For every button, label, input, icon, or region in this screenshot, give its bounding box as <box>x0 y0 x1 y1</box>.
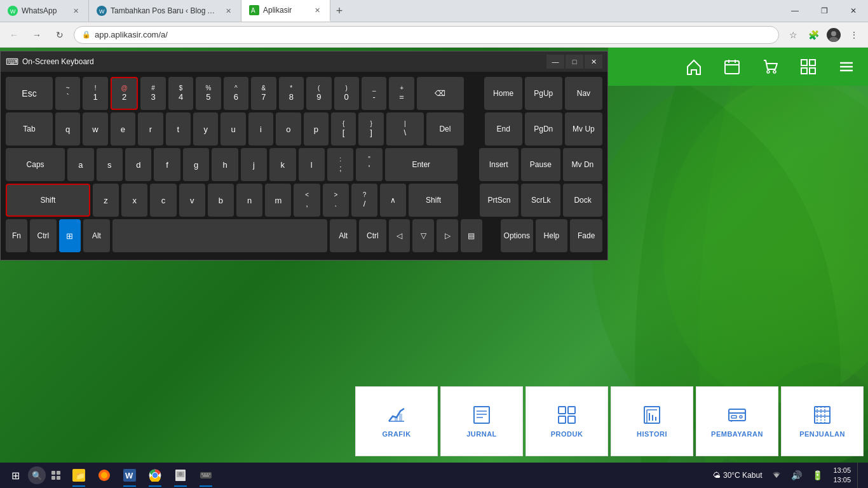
key-end[interactable]: End <box>485 112 522 146</box>
key-fade[interactable]: Fade <box>570 219 602 252</box>
key-arrow-left[interactable]: ◁ <box>389 219 410 252</box>
reload-button[interactable]: ↻ <box>51 26 69 44</box>
key-context-menu[interactable]: ▤ <box>461 219 482 252</box>
appbar-menu-icon[interactable] <box>835 55 858 78</box>
taskbar-word[interactable]: W <box>117 463 142 488</box>
key-tilde[interactable]: ~` <box>55 77 80 110</box>
key-t[interactable]: t <box>166 112 191 146</box>
key-w[interactable]: w <box>83 112 107 146</box>
url-bar[interactable]: 🔒 app.aplikasir.com/a/ <box>74 26 779 44</box>
tab-wordpress-close[interactable]: ✕ <box>223 6 233 16</box>
key-space[interactable] <box>112 219 327 252</box>
key-del[interactable]: Del <box>426 112 464 146</box>
key-shift-left[interactable]: Shift <box>6 184 90 217</box>
key-e[interactable]: e <box>111 112 135 146</box>
key-arrow-down[interactable]: ▽ <box>412 219 434 252</box>
key-6[interactable]: ^6 <box>224 77 248 110</box>
tab-whatsapp-close[interactable]: ✕ <box>71 6 81 16</box>
appbar-calendar-icon[interactable] <box>721 55 743 78</box>
key-0[interactable]: )0 <box>334 77 359 110</box>
key-caps[interactable]: Caps <box>6 148 65 181</box>
minimize-button[interactable]: — <box>780 0 810 22</box>
search-button[interactable]: 🔍 <box>28 466 46 484</box>
key-ctrl-left[interactable]: Ctrl <box>30 219 57 252</box>
tray-volume[interactable]: 🔊 <box>787 463 806 488</box>
card-jurnal[interactable]: JURNAL <box>440 386 523 456</box>
card-pembayaran[interactable]: PEMBAYARAN <box>696 386 778 456</box>
key-alt-left[interactable]: Alt <box>83 219 110 252</box>
profile-icon[interactable] <box>825 26 843 44</box>
osk-maximize-button[interactable]: □ <box>566 55 583 69</box>
appbar-cart-icon[interactable] <box>759 55 782 78</box>
key-fn[interactable]: Fn <box>6 219 27 252</box>
key-3[interactable]: #3 <box>140 77 165 110</box>
key-n[interactable]: n <box>236 184 262 217</box>
key-pgup[interactable]: PgUp <box>525 77 562 110</box>
key-2[interactable]: @2 <box>111 77 138 110</box>
key-comma[interactable]: <, <box>294 184 320 217</box>
taskbar-firefox[interactable] <box>92 463 117 488</box>
back-button[interactable]: ← <box>5 26 23 44</box>
taskview-button[interactable] <box>46 463 66 488</box>
key-alt-right[interactable]: Alt <box>330 219 356 252</box>
key-dock[interactable]: Dock <box>563 184 602 217</box>
key-v[interactable]: v <box>179 184 205 217</box>
key-4[interactable]: $4 <box>168 77 193 110</box>
taskbar-osk[interactable] <box>193 463 219 488</box>
tray-weather[interactable]: 🌤 30°C Kabut <box>709 463 766 488</box>
key-8[interactable]: *8 <box>279 77 304 110</box>
key-insert[interactable]: Insert <box>479 148 519 181</box>
bookmark-icon[interactable]: ☆ <box>784 26 802 44</box>
appbar-grid-icon[interactable] <box>797 55 820 78</box>
tab-aplikasir[interactable]: A Aplikasir ✕ <box>241 0 330 22</box>
key-shift-right[interactable]: Shift <box>409 184 458 217</box>
key-o[interactable]: o <box>276 112 301 146</box>
key-7[interactable]: &7 <box>251 77 276 110</box>
key-up-arrow[interactable]: ∧ <box>380 184 406 217</box>
key-mvup[interactable]: Mv Up <box>565 112 602 146</box>
key-m[interactable]: m <box>265 184 291 217</box>
appbar-home-icon[interactable] <box>682 55 705 78</box>
forward-button[interactable]: → <box>28 26 46 44</box>
key-r[interactable]: r <box>138 112 163 146</box>
close-button[interactable]: ✕ <box>839 0 868 22</box>
key-b[interactable]: b <box>208 184 234 217</box>
key-backspace[interactable]: ⌫ <box>417 77 464 110</box>
key-prtscn[interactable]: PrtScn <box>480 184 519 217</box>
taskbar-screenshots[interactable]: 📁 <box>66 463 92 488</box>
key-pause[interactable]: Pause <box>521 148 560 181</box>
key-mvdn[interactable]: Mv Dn <box>563 148 602 181</box>
key-equals[interactable]: += <box>389 77 414 110</box>
key-k[interactable]: k <box>269 148 295 181</box>
key-y[interactable]: y <box>193 112 218 146</box>
extension-icon[interactable]: 🧩 <box>804 26 822 44</box>
menu-dots-icon[interactable]: ⋮ <box>845 26 863 44</box>
tab-wordpress[interactable]: W Tambahkan Pos Baru ‹ Blog Aplik... ✕ <box>89 0 241 22</box>
key-pgdn[interactable]: PgDn <box>525 112 562 146</box>
card-histori[interactable]: HISTORI <box>611 386 693 456</box>
key-enter[interactable]: Enter <box>385 148 458 181</box>
key-slash[interactable]: ?/ <box>351 184 377 217</box>
key-1[interactable]: !1 <box>83 77 107 110</box>
osk-close-button[interactable]: ✕ <box>585 55 602 69</box>
key-help[interactable]: Help <box>536 219 568 252</box>
card-grafik[interactable]: GRAFIK <box>355 386 438 456</box>
tab-aplikasir-close[interactable]: ✕ <box>312 5 322 15</box>
tray-network[interactable] <box>768 463 785 488</box>
tray-time[interactable]: 13:05 13:05 <box>829 463 855 488</box>
taskbar-screenshot-file[interactable] <box>168 463 193 488</box>
key-5[interactable]: %5 <box>196 77 220 110</box>
key-backslash[interactable]: |\ <box>386 112 424 146</box>
key-p[interactable]: p <box>304 112 329 146</box>
tab-whatsapp[interactable]: W WhatsApp ✕ <box>0 0 89 22</box>
key-u[interactable]: u <box>220 112 245 146</box>
key-scrlk[interactable]: ScrLk <box>521 184 560 217</box>
key-f[interactable]: f <box>154 148 180 181</box>
key-semicolon[interactable]: :; <box>327 148 353 181</box>
key-esc[interactable]: Esc <box>6 77 53 110</box>
key-period[interactable]: >. <box>323 184 349 217</box>
key-quote[interactable]: "' <box>356 148 382 181</box>
tray-show-desktop[interactable] <box>857 463 860 488</box>
card-penjualan[interactable]: PENJUALAN <box>781 386 864 456</box>
key-l[interactable]: l <box>299 148 325 181</box>
